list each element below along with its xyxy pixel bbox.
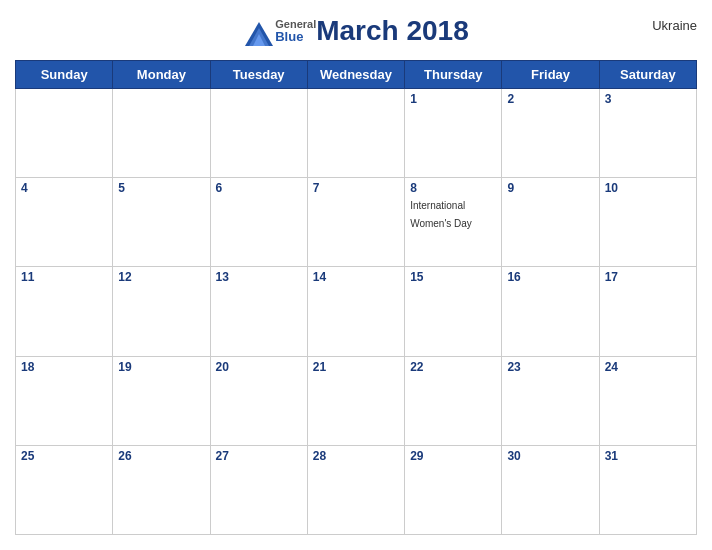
calendar-cell: 4 bbox=[16, 178, 113, 267]
calendar-cell: 3 bbox=[599, 89, 696, 178]
day-number: 19 bbox=[118, 360, 204, 374]
calendar-cell: 10 bbox=[599, 178, 696, 267]
calendar-cell bbox=[210, 89, 307, 178]
calendar-cell: 28 bbox=[307, 445, 404, 534]
calendar-cell: 25 bbox=[16, 445, 113, 534]
calendar-week-4: 18192021222324 bbox=[16, 356, 697, 445]
calendar-table: Sunday Monday Tuesday Wednesday Thursday… bbox=[15, 60, 697, 535]
calendar-container: General Blue March 2018 Ukraine Sunday M… bbox=[0, 0, 712, 550]
country-label: Ukraine bbox=[652, 18, 697, 33]
day-number: 5 bbox=[118, 181, 204, 195]
day-number: 31 bbox=[605, 449, 691, 463]
calendar-cell: 11 bbox=[16, 267, 113, 356]
day-number: 15 bbox=[410, 270, 496, 284]
header-monday: Monday bbox=[113, 61, 210, 89]
calendar-cell: 15 bbox=[405, 267, 502, 356]
calendar-header: General Blue March 2018 Ukraine bbox=[15, 10, 697, 52]
calendar-cell: 21 bbox=[307, 356, 404, 445]
header-sunday: Sunday bbox=[16, 61, 113, 89]
calendar-week-5: 25262728293031 bbox=[16, 445, 697, 534]
calendar-cell: 27 bbox=[210, 445, 307, 534]
header-wednesday: Wednesday bbox=[307, 61, 404, 89]
logo-text: General Blue bbox=[275, 18, 316, 44]
calendar-cell: 24 bbox=[599, 356, 696, 445]
day-number: 29 bbox=[410, 449, 496, 463]
calendar-cell: 13 bbox=[210, 267, 307, 356]
calendar-cell: 17 bbox=[599, 267, 696, 356]
day-number: 30 bbox=[507, 449, 593, 463]
calendar-cell: 8International Women's Day bbox=[405, 178, 502, 267]
calendar-cell: 5 bbox=[113, 178, 210, 267]
day-number: 1 bbox=[410, 92, 496, 106]
logo-blue-text: Blue bbox=[275, 30, 316, 44]
calendar-week-2: 45678International Women's Day910 bbox=[16, 178, 697, 267]
day-number: 24 bbox=[605, 360, 691, 374]
calendar-cell: 2 bbox=[502, 89, 599, 178]
day-number: 2 bbox=[507, 92, 593, 106]
day-number: 11 bbox=[21, 270, 107, 284]
calendar-cell: 22 bbox=[405, 356, 502, 445]
header-tuesday: Tuesday bbox=[210, 61, 307, 89]
day-number: 4 bbox=[21, 181, 107, 195]
day-number: 3 bbox=[605, 92, 691, 106]
calendar-cell: 18 bbox=[16, 356, 113, 445]
days-header-row: Sunday Monday Tuesday Wednesday Thursday… bbox=[16, 61, 697, 89]
calendar-week-3: 11121314151617 bbox=[16, 267, 697, 356]
calendar-cell bbox=[113, 89, 210, 178]
day-number: 18 bbox=[21, 360, 107, 374]
header-saturday: Saturday bbox=[599, 61, 696, 89]
day-number: 8 bbox=[410, 181, 496, 195]
day-number: 10 bbox=[605, 181, 691, 195]
calendar-week-1: 123 bbox=[16, 89, 697, 178]
calendar-cell: 20 bbox=[210, 356, 307, 445]
day-number: 9 bbox=[507, 181, 593, 195]
calendar-cell: 26 bbox=[113, 445, 210, 534]
day-number: 12 bbox=[118, 270, 204, 284]
day-number: 26 bbox=[118, 449, 204, 463]
calendar-cell: 16 bbox=[502, 267, 599, 356]
header-thursday: Thursday bbox=[405, 61, 502, 89]
event-text: International Women's Day bbox=[410, 200, 472, 229]
calendar-cell: 1 bbox=[405, 89, 502, 178]
header-friday: Friday bbox=[502, 61, 599, 89]
calendar-cell: 12 bbox=[113, 267, 210, 356]
calendar-cell: 30 bbox=[502, 445, 599, 534]
logo-icon bbox=[243, 20, 271, 42]
day-number: 25 bbox=[21, 449, 107, 463]
day-number: 22 bbox=[410, 360, 496, 374]
calendar-cell: 9 bbox=[502, 178, 599, 267]
calendar-cell bbox=[16, 89, 113, 178]
day-number: 7 bbox=[313, 181, 399, 195]
day-number: 14 bbox=[313, 270, 399, 284]
day-number: 17 bbox=[605, 270, 691, 284]
calendar-cell: 6 bbox=[210, 178, 307, 267]
calendar-cell: 31 bbox=[599, 445, 696, 534]
calendar-cell: 19 bbox=[113, 356, 210, 445]
day-number: 20 bbox=[216, 360, 302, 374]
day-number: 28 bbox=[313, 449, 399, 463]
calendar-title: March 2018 bbox=[316, 15, 469, 47]
calendar-cell: 7 bbox=[307, 178, 404, 267]
calendar-cell: 23 bbox=[502, 356, 599, 445]
calendar-cell bbox=[307, 89, 404, 178]
logo: General Blue bbox=[243, 18, 316, 44]
day-number: 21 bbox=[313, 360, 399, 374]
day-number: 16 bbox=[507, 270, 593, 284]
calendar-cell: 29 bbox=[405, 445, 502, 534]
day-number: 6 bbox=[216, 181, 302, 195]
calendar-cell: 14 bbox=[307, 267, 404, 356]
day-number: 23 bbox=[507, 360, 593, 374]
day-number: 13 bbox=[216, 270, 302, 284]
day-number: 27 bbox=[216, 449, 302, 463]
